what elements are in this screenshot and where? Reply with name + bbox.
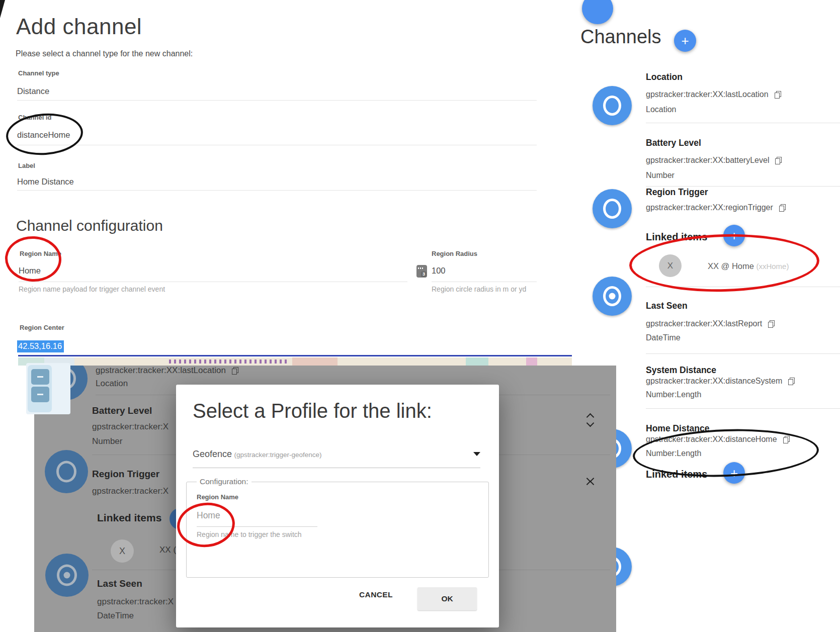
region-center-focus-underline: [18, 355, 572, 356]
channel-trigger-icon: [593, 277, 632, 316]
channel-title: System Distance: [646, 365, 716, 376]
corner-artifact: [0, 0, 5, 18]
keypad-icon[interactable]: [416, 265, 427, 278]
dim-channel-id-text: gpstracker:tracker:X: [92, 486, 169, 496]
region-radius-helper: Region circle radius in m or yd: [432, 285, 526, 293]
region-name-underline: [19, 282, 407, 282]
list-divider: [646, 408, 840, 409]
linked-items-heading: Linked items: [646, 469, 707, 480]
channel-type-field[interactable]: Distance: [17, 86, 49, 96]
dim-linked-item-avatar: X: [111, 539, 134, 563]
modal-region-name-field[interactable]: Home: [197, 510, 220, 521]
channel-id-text: gpstracker:tracker:XX:lastLocation: [646, 90, 769, 99]
configuration-fieldset: Configuration: Region Name Home Region n…: [186, 482, 489, 578]
channel-type-text: Number: [646, 171, 675, 180]
channel-id-label: Channel id: [18, 114, 51, 121]
channel-title: Home Distance: [646, 423, 709, 434]
profile-select-value: Geofence: [193, 449, 232, 459]
linked-item-row[interactable]: XX @ Home (xxHome): [708, 261, 789, 271]
reorder-unfold-less-icon: [587, 476, 593, 487]
annotation-ellipse-red-region-name: [4, 235, 63, 283]
dim-channel-type-text: DateTime: [97, 611, 134, 621]
region-radius-field[interactable]: 100: [432, 266, 446, 276]
dim-channel-title: Region Trigger: [92, 469, 159, 480]
profile-select-underline: [193, 468, 480, 468]
channel-id-field[interactable]: distanceHome: [17, 130, 70, 140]
dim-channel-title: Last Seen: [97, 578, 142, 589]
channel-type-underline: [17, 100, 537, 101]
label-field[interactable]: Home Distance: [17, 177, 74, 187]
channel-state-icon: [593, 189, 632, 228]
reorder-unfold-more-icon: [587, 414, 593, 426]
list-divider: [646, 287, 840, 287]
add-linked-item-fab[interactable]: +: [723, 462, 745, 484]
modal-region-name-underline: [197, 526, 317, 527]
linked-item-label: XX @ Home: [708, 261, 754, 270]
channel-id-text: gpstracker:tracker:XX:distanceHome: [646, 435, 777, 444]
dim-channel-type-text: Number: [92, 436, 122, 446]
copy-icon[interactable]: [783, 436, 790, 443]
channel-id-row: gpstracker:tracker:XX:lastReport: [646, 319, 775, 328]
copy-icon[interactable]: [775, 157, 782, 164]
dim-channel-type-text: Location: [96, 379, 128, 389]
channel-id-text: gpstracker:tracker:XX:lastReport: [646, 319, 762, 328]
channel-id-row: gpstracker:tracker:XX:distanceHome: [646, 435, 790, 444]
channel-id-underline: [17, 145, 537, 145]
channel-type-text: DateTime: [646, 333, 681, 342]
dim-channel-id-text: gpstracker:tracker:X: [92, 422, 169, 432]
channel-type-text: Number:Length: [646, 449, 701, 458]
region-name-label: Region Name: [20, 250, 61, 257]
dialog-title: Select a Profile for the link:: [193, 400, 432, 422]
map-control-area: [26, 363, 70, 414]
copy-icon[interactable]: [768, 320, 775, 328]
linked-item-hint: (xxHome): [756, 262, 789, 270]
list-divider: [646, 353, 840, 354]
channel-id-row: gpstracker:tracker:XX:lastLocation: [646, 90, 781, 99]
dim-linked-item-label: XX (: [159, 545, 176, 555]
dim-channel-trigger-icon: [45, 554, 89, 597]
channel-type-text: Location: [646, 105, 677, 114]
channel-id-text: gpstracker:tracker:XX:distanceSystem: [646, 377, 782, 386]
ok-button[interactable]: OK: [417, 587, 477, 610]
channel-id-text: gpstracker:tracker:XX:batteryLevel: [646, 156, 769, 165]
dim-channel-id-text: gpstracker:tracker:X: [97, 597, 174, 607]
linked-items-heading: Linked items: [646, 231, 707, 243]
region-center-label: Region Center: [20, 324, 64, 331]
region-name-helper: Region name payload for trigger channel …: [19, 285, 165, 293]
copy-icon[interactable]: [788, 378, 795, 385]
dim-channel-state-icon: [45, 450, 88, 493]
profile-select-hint: (gpstracker:trigger-geofence): [234, 451, 322, 459]
cancel-button[interactable]: CANCEL: [356, 590, 396, 600]
copy-icon[interactable]: [779, 204, 786, 212]
channel-id-text: gpstracker:tracker:XX:regionTrigger: [646, 203, 773, 212]
dim-channel-title: Battery Level: [92, 405, 152, 416]
region-name-field[interactable]: Home: [19, 266, 41, 276]
linked-item-avatar: X: [659, 254, 682, 277]
add-linked-item-fab[interactable]: +: [723, 225, 745, 246]
list-divider: [646, 186, 840, 187]
channels-heading: Channels: [580, 26, 661, 48]
channel-title: Last Seen: [646, 301, 688, 311]
configuration-legend: Configuration:: [197, 477, 251, 486]
region-center-field[interactable]: 42.53,16.16: [17, 340, 64, 352]
channel-title: Region Trigger: [646, 187, 708, 198]
list-divider: [646, 123, 840, 123]
dim-copy-icon: [232, 367, 238, 375]
section-title: Channel configuration: [16, 217, 163, 234]
page-subtitle: Please select a channel type for the new…: [16, 49, 193, 58]
copy-icon[interactable]: [775, 91, 781, 99]
channel-id-row: gpstracker:tracker:XX:regionTrigger: [646, 203, 786, 212]
profile-select[interactable]: Geofence (gpstracker:trigger-geofence): [193, 449, 480, 460]
map-zoom-out-button: [31, 387, 49, 402]
add-channel-fab[interactable]: +: [674, 30, 696, 52]
screenshot-root: Add channel Please select a channel type…: [0, 0, 840, 632]
modal-region-name-label: Region Name: [197, 493, 238, 501]
channel-id-row: gpstracker:tracker:XX:distanceSystem: [646, 377, 795, 386]
channel-id-row: gpstracker:tracker:XX:batteryLevel: [646, 156, 782, 165]
channel-title: Battery Level: [646, 138, 701, 148]
dim-channel-id-text: gpstracker:tracker:XX:lastLocation: [96, 366, 226, 376]
channel-type-text: Number:Length: [646, 390, 701, 399]
dim-channel-id-row: gpstracker:tracker:XX:lastLocation: [96, 366, 238, 376]
label-field-label: Label: [18, 162, 35, 169]
scroll-top-fab[interactable]: [582, 0, 613, 24]
